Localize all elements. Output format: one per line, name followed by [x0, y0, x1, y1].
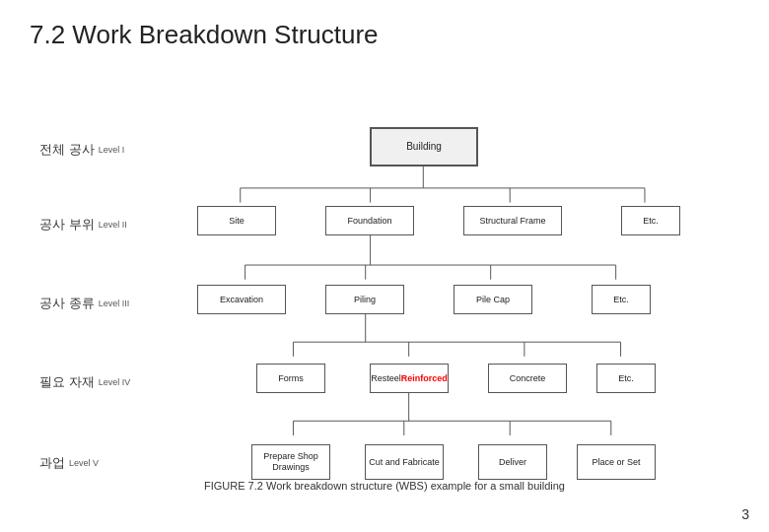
node-deliver: Deliver: [478, 444, 547, 480]
level-4-label: 필요 자재 Level IV: [39, 373, 130, 391]
node-place-or-set: Place or Set: [577, 444, 656, 480]
node-l2-etc: Etc.: [621, 206, 680, 235]
node-l3-etc: Etc.: [592, 285, 651, 314]
node-piling: Piling: [325, 285, 404, 314]
node-excavation: Excavation: [197, 285, 286, 314]
node-cut-fabricate: Cut and Fabricate: [365, 444, 444, 480]
node-l4-etc: Etc.: [596, 364, 656, 393]
level-1-label: 전체 공사 Level I: [39, 141, 124, 159]
node-resteel: Resteel Reinforced: [370, 364, 449, 393]
figure-caption: FIGURE 7.2 Work breakdown structure (WBS…: [30, 480, 739, 492]
level-2-label: 공사 부위 Level II: [39, 216, 127, 233]
level-3-label: 공사 종류 Level III: [39, 295, 129, 312]
node-building: Building: [370, 127, 478, 166]
node-structural-frame: Structural Frame: [463, 206, 562, 235]
node-concrete: Concrete: [488, 364, 567, 393]
node-foundation: Foundation: [325, 206, 414, 235]
node-forms: Forms: [256, 364, 325, 393]
wbs-diagram: [39, 60, 749, 474]
page-title: 7.2 Work Breakdown Structure: [30, 20, 739, 50]
node-site: Site: [197, 206, 276, 235]
level-5-label: 과업 Level V: [39, 454, 99, 472]
node-pile-cap: Pile Cap: [454, 285, 532, 314]
node-prepare-shop-drawings: Prepare ShopDrawings: [251, 444, 330, 480]
page-number: 3: [741, 506, 749, 522]
page: 7.2 Work Breakdown Structure 전체 공사 Level…: [0, 0, 769, 532]
